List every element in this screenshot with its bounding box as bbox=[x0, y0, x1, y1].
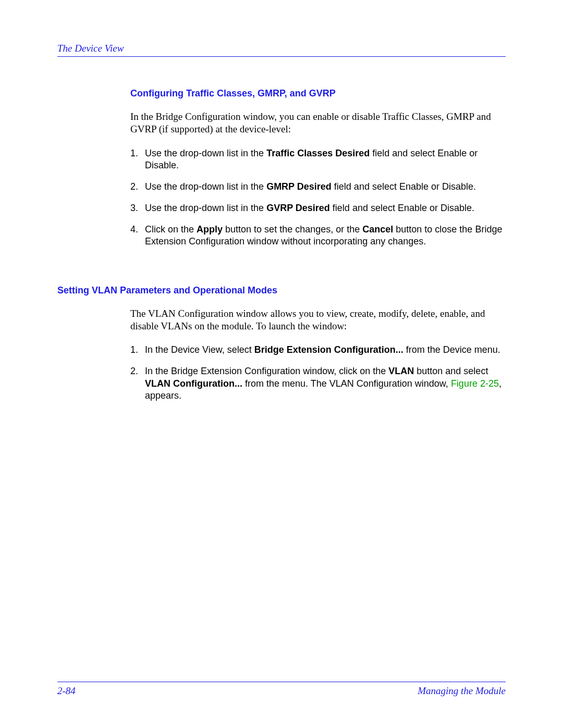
header-rule bbox=[57, 56, 506, 57]
running-header: The Device View bbox=[57, 43, 506, 54]
step-text: Use the drop-down list in the GVRP Desir… bbox=[145, 202, 506, 214]
step-number: 1. bbox=[130, 344, 145, 356]
list-item: 1. Use the drop-down list in the Traffic… bbox=[130, 147, 506, 171]
list-item: 4. Click on the Apply button to set the … bbox=[130, 224, 506, 248]
footer-rule bbox=[57, 682, 506, 682]
figure-reference: Figure 2-25 bbox=[451, 378, 499, 389]
list-item: 3. Use the drop-down list in the GVRP De… bbox=[130, 202, 506, 214]
step-number: 2. bbox=[130, 181, 145, 193]
list-item: 2. Use the drop-down list in the GMRP De… bbox=[130, 181, 506, 193]
step-number: 1. bbox=[130, 147, 145, 171]
page-footer: 2-84 Managing the Module bbox=[57, 682, 506, 697]
step-text: In the Bridge Extension Configuration wi… bbox=[145, 365, 506, 401]
section-2-steps: 1. In the Device View, select Bridge Ext… bbox=[130, 344, 506, 401]
step-text: Use the drop-down list in the Traffic Cl… bbox=[145, 147, 506, 171]
list-item: 2. In the Bridge Extension Configuration… bbox=[130, 365, 506, 401]
step-number: 3. bbox=[130, 202, 145, 214]
chapter-title: Managing the Module bbox=[418, 685, 506, 697]
section-heading-1: Configuring Traffic Classes, GMRP, and G… bbox=[130, 88, 506, 99]
section-1-intro: In the Bridge Configuration window, you … bbox=[130, 110, 506, 136]
step-number: 4. bbox=[130, 224, 145, 248]
step-text: Use the drop-down list in the GMRP Desir… bbox=[145, 181, 506, 193]
step-number: 2. bbox=[130, 365, 145, 401]
page: The Device View Configuring Traffic Clas… bbox=[0, 0, 563, 728]
section-2-intro: The VLAN Configuration window allows you… bbox=[130, 307, 506, 333]
step-text: Click on the Apply button to set the cha… bbox=[145, 224, 506, 248]
list-item: 1. In the Device View, select Bridge Ext… bbox=[130, 344, 506, 356]
step-text: In the Device View, select Bridge Extens… bbox=[145, 344, 506, 356]
section-heading-2: Setting VLAN Parameters and Operational … bbox=[57, 285, 506, 296]
page-number: 2-84 bbox=[57, 685, 76, 697]
section-1-steps: 1. Use the drop-down list in the Traffic… bbox=[130, 147, 506, 248]
